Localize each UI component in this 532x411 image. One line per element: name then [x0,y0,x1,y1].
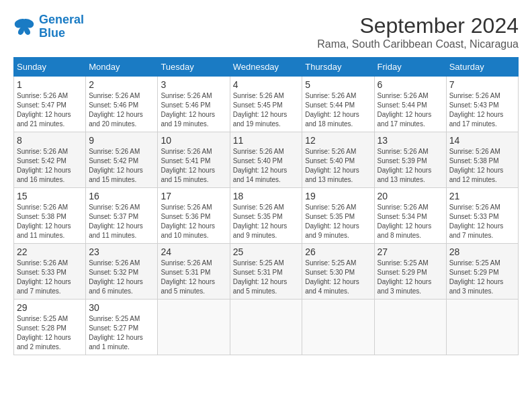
col-friday: Friday [374,58,446,77]
day-info: Sunrise: 5:26 AM Sunset: 5:37 PM Dayligh… [89,203,154,240]
day-number: 8 [17,135,83,146]
day-info: Sunrise: 5:26 AM Sunset: 5:38 PM Dayligh… [17,203,83,240]
logo-bird-icon [13,17,35,36]
day-info: Sunrise: 5:25 AM Sunset: 5:31 PM Dayligh… [233,259,300,296]
day-info: Sunrise: 5:26 AM Sunset: 5:39 PM Dayligh… [378,147,443,185]
day-number: 2 [89,79,154,90]
calendar-cell: 1Sunrise: 5:26 AM Sunset: 5:47 PM Daylig… [14,77,86,132]
calendar-cell: 29Sunrise: 5:25 AM Sunset: 5:28 PM Dayli… [14,300,86,355]
page-subtitle: Rama, South Caribbean Coast, Nicaragua [317,38,519,50]
calendar-cell: 25Sunrise: 5:25 AM Sunset: 5:31 PM Dayli… [230,244,302,300]
day-info: Sunrise: 5:26 AM Sunset: 5:33 PM Dayligh… [449,203,515,240]
calendar-cell: 26Sunrise: 5:25 AM Sunset: 5:30 PM Dayli… [302,244,374,300]
calendar-header: Sunday Monday Tuesday Wednesday Thursday… [14,58,519,77]
page-header: General Blue September 2024 Rama, South … [13,13,519,50]
day-info: Sunrise: 5:26 AM Sunset: 5:34 PM Dayligh… [378,203,443,240]
day-info: Sunrise: 5:26 AM Sunset: 5:35 PM Dayligh… [233,203,300,240]
day-info: Sunrise: 5:26 AM Sunset: 5:44 PM Dayligh… [305,91,371,129]
day-number: 21 [449,191,515,201]
day-info: Sunrise: 5:26 AM Sunset: 5:43 PM Dayligh… [449,91,515,129]
calendar-cell: 28Sunrise: 5:25 AM Sunset: 5:29 PM Dayli… [446,244,518,300]
day-info: Sunrise: 5:26 AM Sunset: 5:35 PM Dayligh… [305,203,371,240]
calendar-cell: 14Sunrise: 5:26 AM Sunset: 5:38 PM Dayli… [446,132,518,188]
day-info: Sunrise: 5:25 AM Sunset: 5:29 PM Dayligh… [449,259,515,296]
calendar-cell: 15Sunrise: 5:26 AM Sunset: 5:38 PM Dayli… [14,188,86,244]
day-info: Sunrise: 5:26 AM Sunset: 5:44 PM Dayligh… [378,91,443,129]
day-number: 28 [449,246,515,257]
day-number: 3 [161,79,226,90]
day-number: 1 [17,79,83,90]
col-monday: Monday [86,58,158,77]
day-info: Sunrise: 5:26 AM Sunset: 5:41 PM Dayligh… [161,147,226,185]
day-info: Sunrise: 5:26 AM Sunset: 5:40 PM Dayligh… [305,147,371,185]
calendar-cell [446,300,518,355]
calendar-cell: 20Sunrise: 5:26 AM Sunset: 5:34 PM Dayli… [374,188,446,244]
day-info: Sunrise: 5:26 AM Sunset: 5:31 PM Dayligh… [161,259,226,296]
title-block: September 2024 Rama, South Caribbean Coa… [317,13,519,50]
day-info: Sunrise: 5:26 AM Sunset: 5:33 PM Dayligh… [17,259,83,296]
day-info: Sunrise: 5:25 AM Sunset: 5:29 PM Dayligh… [378,259,443,296]
calendar-row: 15Sunrise: 5:26 AM Sunset: 5:38 PM Dayli… [14,188,519,244]
day-number: 15 [17,191,83,201]
calendar-cell: 18Sunrise: 5:26 AM Sunset: 5:35 PM Dayli… [230,188,302,244]
calendar-cell: 12Sunrise: 5:26 AM Sunset: 5:40 PM Dayli… [302,132,374,188]
day-number: 16 [89,191,154,201]
calendar-cell: 13Sunrise: 5:26 AM Sunset: 5:39 PM Dayli… [374,132,446,188]
calendar-cell: 23Sunrise: 5:26 AM Sunset: 5:32 PM Dayli… [86,244,158,300]
day-info: Sunrise: 5:26 AM Sunset: 5:46 PM Dayligh… [89,91,154,129]
calendar-cell: 17Sunrise: 5:26 AM Sunset: 5:36 PM Dayli… [158,188,230,244]
day-number: 30 [89,302,154,313]
day-number: 7 [449,79,515,90]
day-number: 26 [305,246,371,257]
day-number: 19 [305,191,371,201]
calendar-body: 1Sunrise: 5:26 AM Sunset: 5:47 PM Daylig… [14,77,519,355]
day-number: 17 [161,191,226,201]
calendar-row: 29Sunrise: 5:25 AM Sunset: 5:28 PM Dayli… [14,300,519,355]
calendar-cell: 8Sunrise: 5:26 AM Sunset: 5:42 PM Daylig… [14,132,86,188]
calendar-cell: 21Sunrise: 5:26 AM Sunset: 5:33 PM Dayli… [446,188,518,244]
calendar-row: 8Sunrise: 5:26 AM Sunset: 5:42 PM Daylig… [14,132,519,188]
day-number: 14 [449,135,515,146]
day-number: 23 [89,246,154,257]
logo-text: General Blue [39,13,84,40]
day-number: 6 [378,79,443,90]
calendar-cell [302,300,374,355]
calendar-row: 1Sunrise: 5:26 AM Sunset: 5:47 PM Daylig… [14,77,519,132]
day-info: Sunrise: 5:25 AM Sunset: 5:28 PM Dayligh… [17,314,83,352]
day-info: Sunrise: 5:26 AM Sunset: 5:46 PM Dayligh… [161,91,226,129]
page-title: September 2024 [317,13,519,38]
day-number: 25 [233,246,300,257]
day-number: 11 [233,135,300,146]
day-info: Sunrise: 5:26 AM Sunset: 5:40 PM Dayligh… [233,147,300,185]
calendar-cell: 22Sunrise: 5:26 AM Sunset: 5:33 PM Dayli… [14,244,86,300]
day-number: 22 [17,246,83,257]
day-number: 20 [378,191,443,201]
day-number: 13 [378,135,443,146]
calendar-cell: 10Sunrise: 5:26 AM Sunset: 5:41 PM Dayli… [158,132,230,188]
day-number: 27 [378,246,443,257]
calendar-cell: 19Sunrise: 5:26 AM Sunset: 5:35 PM Dayli… [302,188,374,244]
calendar-cell: 27Sunrise: 5:25 AM Sunset: 5:29 PM Dayli… [374,244,446,300]
day-number: 10 [161,135,226,146]
day-info: Sunrise: 5:26 AM Sunset: 5:38 PM Dayligh… [449,147,515,185]
logo: General Blue [13,13,84,40]
calendar-cell: 2Sunrise: 5:26 AM Sunset: 5:46 PM Daylig… [86,77,158,132]
day-number: 24 [161,246,226,257]
col-sunday: Sunday [14,58,86,77]
day-info: Sunrise: 5:25 AM Sunset: 5:27 PM Dayligh… [89,314,154,352]
day-number: 18 [233,191,300,201]
day-info: Sunrise: 5:26 AM Sunset: 5:36 PM Dayligh… [161,203,226,240]
day-info: Sunrise: 5:26 AM Sunset: 5:45 PM Dayligh… [233,91,300,129]
calendar-row: 22Sunrise: 5:26 AM Sunset: 5:33 PM Dayli… [14,244,519,300]
col-saturday: Saturday [446,58,518,77]
day-info: Sunrise: 5:25 AM Sunset: 5:30 PM Dayligh… [305,259,371,296]
calendar-cell: 3Sunrise: 5:26 AM Sunset: 5:46 PM Daylig… [158,77,230,132]
calendar-cell: 4Sunrise: 5:26 AM Sunset: 5:45 PM Daylig… [230,77,302,132]
calendar-cell: 30Sunrise: 5:25 AM Sunset: 5:27 PM Dayli… [86,300,158,355]
day-number: 12 [305,135,371,146]
calendar-cell: 9Sunrise: 5:26 AM Sunset: 5:42 PM Daylig… [86,132,158,188]
day-info: Sunrise: 5:26 AM Sunset: 5:32 PM Dayligh… [89,259,154,296]
day-info: Sunrise: 5:26 AM Sunset: 5:42 PM Dayligh… [89,147,154,185]
day-info: Sunrise: 5:26 AM Sunset: 5:42 PM Dayligh… [17,147,83,185]
calendar-cell: 11Sunrise: 5:26 AM Sunset: 5:40 PM Dayli… [230,132,302,188]
